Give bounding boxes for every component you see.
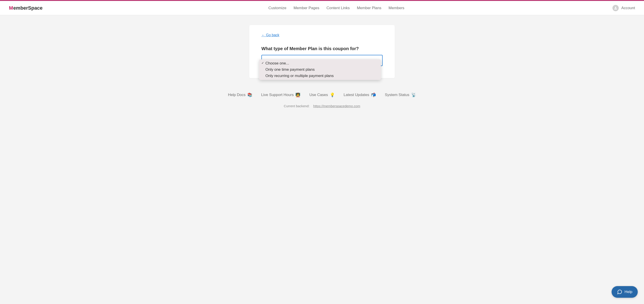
dropdown-option-recurring[interactable]: Only recurring or multiple payment plans [259, 73, 381, 79]
footer-system-status[interactable]: System Status 📡 [385, 93, 416, 97]
footer: Help Docs 📚 Live Support Hours 🧑‍🏫 Use C… [0, 88, 644, 112]
avatar-icon [612, 5, 619, 11]
mailbox-icon: 📬 [371, 93, 376, 97]
footer-link-label: System Status [385, 93, 410, 97]
footer-latest-updates[interactable]: Latest Updates 📬 [344, 93, 376, 97]
bulb-icon: 💡 [330, 93, 335, 97]
account-label: Account [622, 6, 635, 10]
main-container: ← Go back What type of Member Plan is th… [0, 15, 644, 88]
backend-url-link[interactable]: https://memberspacedemo.com [313, 104, 360, 108]
footer-link-label: Live Support Hours [261, 93, 294, 97]
main-nav: Customize Member Pages Content Links Mem… [60, 6, 612, 10]
nav-member-pages[interactable]: Member Pages [294, 6, 319, 10]
logo[interactable]: MemberSpace [9, 5, 42, 11]
header: MemberSpace Customize Member Pages Conte… [0, 1, 644, 15]
nav-customize[interactable]: Customize [268, 6, 286, 10]
footer-link-label: Use Cases [309, 93, 328, 97]
footer-help-docs[interactable]: Help Docs 📚 [228, 93, 252, 97]
dropdown-option-choose[interactable]: Choose one... [259, 60, 381, 67]
footer-use-cases[interactable]: Use Cases 💡 [309, 93, 334, 97]
logo-text: emberSpace [13, 5, 42, 11]
select-container: Choose one... Only one time payment plan… [262, 55, 382, 66]
footer-links: Help Docs 📚 Live Support Hours 🧑‍🏫 Use C… [4, 93, 640, 97]
footer-link-label: Help Docs [228, 93, 245, 97]
question-heading: What type of Member Plan is this coupon … [262, 46, 382, 51]
logo-prefix: M [9, 5, 13, 11]
nav-member-plans[interactable]: Member Plans [357, 6, 382, 10]
footer-link-label: Latest Updates [344, 93, 369, 97]
teacher-icon: 🧑‍🏫 [296, 93, 300, 97]
help-label: Help [624, 290, 632, 294]
dropdown-option-onetime[interactable]: Only one time payment plans [259, 67, 381, 73]
books-icon: 📚 [247, 93, 252, 97]
satellite-icon: 📡 [411, 93, 416, 97]
plan-type-dropdown: Choose one... Only one time payment plan… [259, 59, 381, 80]
go-back-link[interactable]: ← Go back [262, 33, 279, 37]
form-card: ← Go back What type of Member Plan is th… [249, 25, 395, 78]
nav-members[interactable]: Members [389, 6, 404, 10]
account-menu[interactable]: Account [612, 5, 635, 11]
footer-live-support[interactable]: Live Support Hours 🧑‍🏫 [261, 93, 300, 97]
nav-content-links[interactable]: Content Links [326, 6, 350, 10]
backend-label: Current backend: [284, 104, 310, 108]
help-button[interactable]: Help [612, 286, 638, 298]
chat-icon [617, 289, 622, 294]
backend-info: Current backend: https://memberspacedemo… [4, 104, 640, 108]
